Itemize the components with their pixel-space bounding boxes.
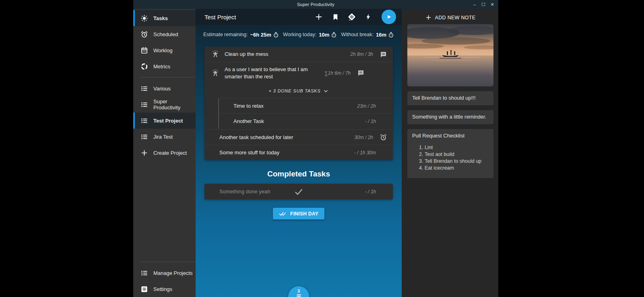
add-new-note-label: ADD NEW NOTE bbox=[435, 15, 476, 20]
bookmark-button[interactable] bbox=[330, 12, 340, 22]
sidebar-item-manage-projects[interactable]: Manage Projects bbox=[133, 265, 196, 281]
sidebar-item-various[interactable]: Various bbox=[133, 80, 196, 96]
bolt-button[interactable] bbox=[363, 12, 373, 22]
completed-task-row[interactable]: Something done yeah - / 1h bbox=[204, 184, 393, 199]
checklist-item: Test aot build bbox=[425, 151, 489, 158]
stopwatch-icon bbox=[388, 32, 394, 38]
subtask-title: Another Task bbox=[233, 118, 365, 125]
sidebar-item-label: Various bbox=[153, 86, 171, 92]
sticky-note-button[interactable] bbox=[347, 12, 357, 22]
subtask-list: Time to relax 23m / 2h Another Task - / … bbox=[218, 98, 393, 129]
list-icon bbox=[140, 117, 148, 125]
checklist-item: Tell Brendan to should up bbox=[425, 158, 489, 165]
notes-count-badge: 3 bbox=[297, 289, 300, 293]
maximize-button[interactable]: ☐ bbox=[480, 1, 487, 8]
sidebar-divider bbox=[140, 77, 196, 78]
note-text: Something with a little reminder. bbox=[412, 114, 486, 120]
project-header: Test Project bbox=[196, 9, 402, 25]
task-time: 30m / 2h bbox=[354, 135, 373, 140]
note-card-checklist[interactable]: Pull Request Checklist Lint Test aot bui… bbox=[407, 129, 493, 178]
sidebar: Tasks Scheduled Worklog bbox=[133, 9, 196, 297]
notes-panel: ADD NEW NOTE bbox=[402, 9, 498, 297]
task-title: Another task scheduled for later bbox=[219, 134, 354, 141]
list-icon bbox=[140, 133, 148, 141]
jira-icon bbox=[211, 69, 220, 77]
subtask-row[interactable]: Time to relax 23m / 2h bbox=[219, 98, 393, 113]
stat-label: Working today: bbox=[283, 32, 316, 37]
list-icon bbox=[140, 269, 148, 277]
sidebar-item-scheduled[interactable]: Scheduled bbox=[133, 26, 196, 42]
main-panel: Test Project bbox=[196, 9, 402, 297]
completed-task-title: Something done yeah bbox=[219, 188, 365, 195]
finish-day-label: FINISH DAY bbox=[290, 211, 318, 217]
desktop-background: Super Productivity – ☐ ✕ Tasks bbox=[0, 0, 644, 297]
alarm-clock-icon[interactable] bbox=[378, 133, 388, 141]
note-card[interactable]: Tell Brendan to should up!!! bbox=[407, 91, 493, 105]
app-window: Super Productivity – ☐ ✕ Tasks bbox=[133, 0, 498, 297]
done-subtasks-label: + 3 DONE SUB TASKS bbox=[269, 88, 321, 93]
stat-value: 10m bbox=[319, 32, 329, 38]
sidebar-spacer bbox=[133, 161, 196, 259]
sidebar-item-label: Settings bbox=[153, 286, 172, 292]
play-button[interactable] bbox=[382, 10, 396, 24]
sidebar-item-label: Metrics bbox=[153, 63, 170, 70]
subtask-row[interactable]: Another Task - / 1h bbox=[219, 113, 393, 129]
sun-icon bbox=[140, 14, 148, 22]
sidebar-divider bbox=[140, 262, 196, 262]
task-title: Clean up the mess bbox=[225, 51, 350, 58]
check-icon bbox=[293, 187, 305, 197]
done-subtasks-toggle[interactable]: + 3 DONE SUB TASKS bbox=[204, 84, 393, 98]
completed-task-time: - / 1h bbox=[365, 189, 376, 195]
double-check-icon bbox=[279, 211, 287, 217]
sidebar-item-label: Jira Test bbox=[153, 134, 173, 140]
completed-tasks-heading: Completed Tasks bbox=[204, 170, 393, 178]
sidebar-item-settings[interactable]: Settings bbox=[133, 281, 196, 297]
without-break-stat: Without break: 16m bbox=[341, 32, 394, 38]
note-title: Pull Request Checklist bbox=[412, 133, 489, 139]
task-row[interactable]: Clean up the mess 2h 8m / 3h bbox=[204, 47, 393, 62]
comment-icon[interactable] bbox=[356, 69, 365, 77]
minimize-button[interactable]: – bbox=[471, 1, 478, 8]
project-title: Test Project bbox=[204, 14, 236, 20]
window-controls: – ☐ ✕ bbox=[471, 1, 498, 8]
sidebar-item-label: Scheduled bbox=[153, 31, 178, 37]
stat-value: ~6h 25m bbox=[250, 32, 271, 38]
task-title: As a user I want to believe that I am sm… bbox=[225, 66, 324, 80]
add-task-button[interactable] bbox=[314, 12, 324, 22]
sidebar-item-label: Worklog bbox=[153, 47, 172, 53]
stat-label: Estimate remaining: bbox=[203, 32, 248, 37]
sidebar-item-label: Super Productivity bbox=[153, 98, 196, 111]
task-time: ∑1h 6m / 7h bbox=[324, 70, 351, 76]
finish-day-button[interactable]: FINISH DAY bbox=[273, 208, 324, 219]
task-row[interactable]: Some more stuff for today - / 1h 30m bbox=[204, 145, 393, 160]
sidebar-item-jira-test[interactable]: Jira Test bbox=[133, 129, 196, 145]
sidebar-item-label: Manage Projects bbox=[153, 270, 193, 276]
plus-icon bbox=[140, 149, 148, 157]
sidebar-item-test-project[interactable]: Test Project bbox=[133, 113, 196, 129]
settings-gear-icon bbox=[140, 285, 148, 293]
sidebar-item-worklog[interactable]: Worklog bbox=[133, 42, 196, 58]
task-row[interactable]: As a user I want to believe that I am sm… bbox=[204, 62, 393, 84]
checklist: Lint Test aot build Tell Brendan to shou… bbox=[412, 144, 489, 172]
sidebar-item-super-productivity[interactable]: Super Productivity bbox=[133, 96, 196, 113]
close-button[interactable]: ✕ bbox=[489, 1, 496, 8]
sidebar-item-tasks[interactable]: Tasks bbox=[133, 10, 196, 26]
task-title: Some more stuff for today bbox=[219, 149, 354, 156]
task-row[interactable]: Another task scheduled for later 30m / 2… bbox=[204, 129, 393, 145]
window-title: Super Productivity bbox=[133, 2, 498, 7]
task-time: 2h 8m / 3h bbox=[350, 51, 373, 57]
sidebar-item-label: Test Project bbox=[153, 118, 183, 124]
list-icon bbox=[140, 84, 148, 92]
note-image-sunset[interactable] bbox=[407, 24, 493, 86]
task-time: - / 1h 30m bbox=[354, 150, 376, 156]
sidebar-item-create-project[interactable]: Create Project bbox=[133, 145, 196, 161]
sidebar-item-metrics[interactable]: Metrics bbox=[133, 58, 196, 74]
note-card[interactable]: Something with a little reminder. bbox=[407, 110, 493, 124]
app-body: Tasks Scheduled Worklog bbox=[133, 9, 498, 297]
today-task-list: Clean up the mess 2h 8m / 3h As a user I… bbox=[204, 47, 393, 160]
task-list-area: Clean up the mess 2h 8m / 3h As a user I… bbox=[196, 41, 402, 297]
add-new-note-button[interactable]: ADD NEW NOTE bbox=[407, 12, 493, 23]
comment-icon[interactable] bbox=[378, 51, 388, 58]
calendar-icon bbox=[140, 46, 148, 54]
stopwatch-icon bbox=[331, 32, 337, 38]
